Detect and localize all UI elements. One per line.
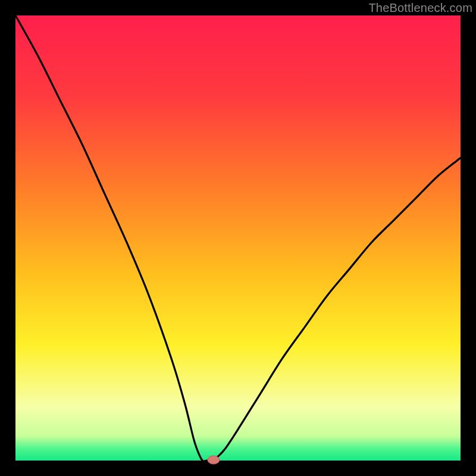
- chart-frame: TheBottleneck.com: [0, 0, 476, 476]
- bottleneck-chart: [0, 0, 476, 476]
- optimal-marker: [208, 456, 220, 464]
- watermark-text: TheBottleneck.com: [368, 1, 472, 15]
- plot-area: [15, 15, 461, 461]
